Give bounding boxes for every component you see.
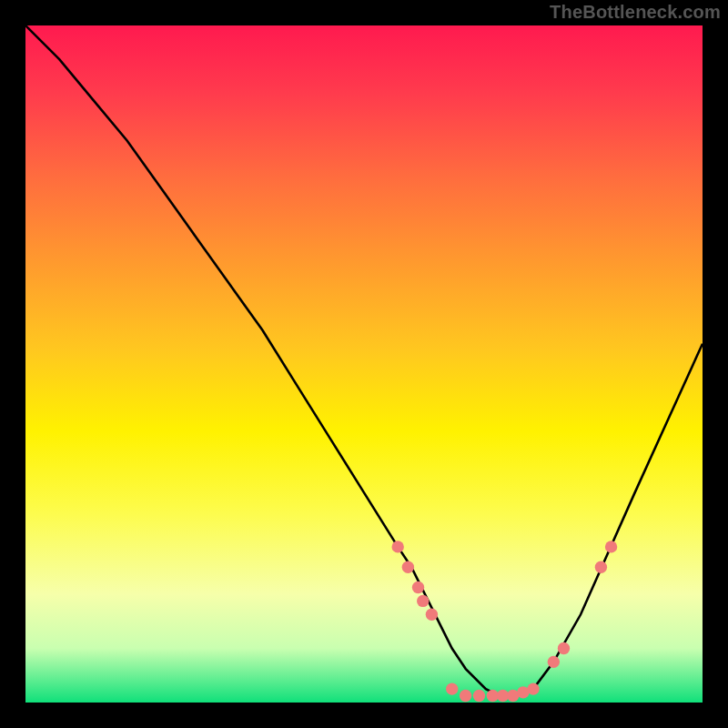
attribution-label: TheBottleneck.com: [550, 2, 721, 23]
bottleneck-curve: [25, 25, 703, 696]
marker-dot: [527, 682, 539, 694]
marker-dot: [392, 541, 404, 552]
chart-container: TheBottleneck.com: [0, 0, 728, 728]
marker-dot: [460, 690, 471, 702]
marker-dot: [402, 561, 414, 573]
marker-dot: [446, 682, 458, 694]
plot-area: [25, 25, 703, 703]
marker-dot: [548, 656, 560, 668]
marker-dot: [558, 642, 570, 654]
marker-dot: [417, 595, 429, 607]
curve-svg: [25, 25, 703, 703]
marker-dots: [392, 541, 618, 702]
marker-dot: [473, 690, 485, 702]
marker-dot: [412, 581, 424, 593]
marker-dot: [605, 541, 617, 552]
marker-dot: [595, 561, 607, 573]
marker-dot: [426, 609, 438, 621]
